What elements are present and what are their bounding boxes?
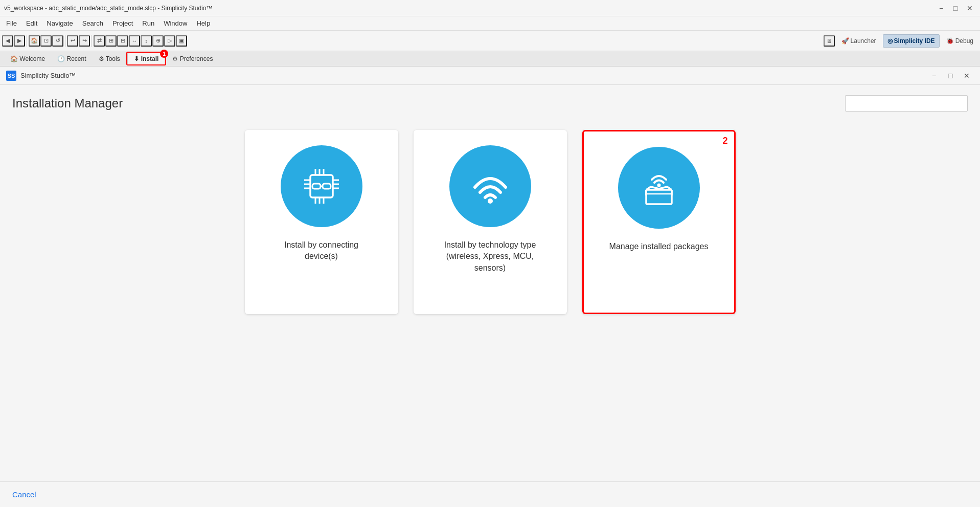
close-button[interactable]: ✕ <box>964 3 976 13</box>
title-bar-controls: − □ ✕ <box>935 3 976 13</box>
tab-tools[interactable]: ⚙ Tools <box>93 53 126 64</box>
tab-welcome[interactable]: 🏠 Welcome <box>4 53 51 64</box>
debug-icon: 🐞 <box>946 37 954 45</box>
svg-point-15 <box>657 184 660 187</box>
tab-preferences[interactable]: ⚙ Preferences <box>166 53 219 64</box>
menu-edit[interactable]: Edit <box>22 18 41 28</box>
cards-area: Install by connectingdevice(s) <box>0 120 980 481</box>
perspective-bar: 🖥 🚀 Launcher ◎ Simplicity IDE 🐞 Debug <box>824 34 978 48</box>
sep2 <box>65 35 65 47</box>
card-technology-type[interactable]: Install by technology type(wireless, Xpr… <box>414 130 567 314</box>
simplicity-studio-icon: SS <box>6 71 16 81</box>
sep3 <box>92 35 92 47</box>
toolbar-monitor-icon[interactable]: 🖥 <box>824 35 835 47</box>
menu-run[interactable]: Run <box>138 18 158 28</box>
toolbar-icon8[interactable]: ↕ <box>141 35 152 47</box>
sep1 <box>27 35 27 47</box>
install-icon: ⬇ <box>134 55 139 62</box>
perspective-simplicity-ide[interactable]: ◎ Simplicity IDE <box>883 34 940 48</box>
toolbar-icon3[interactable]: ↺ <box>52 35 63 47</box>
welcome-icon: 🏠 <box>10 55 19 62</box>
card-manage-packages-number: 2 <box>722 136 727 146</box>
card-technology-label: Install by technology type(wireless, Xpr… <box>444 239 536 274</box>
card-technology-icon-circle <box>449 145 531 227</box>
recent-icon: 🕐 <box>57 55 66 62</box>
package-icon <box>639 167 679 208</box>
menu-search[interactable]: Search <box>78 18 107 28</box>
toolbar: ◀ ▶ 🏠 ⊡ ↺ ↩ ↪ ⇄ ⊞ ⊟ ↔ ↕ ⊕ ▷ ▣ 🖥 🚀 Launch… <box>0 31 980 51</box>
menu-file[interactable]: File <box>2 18 21 28</box>
inner-title-text: Simplicity Studio™ <box>20 72 76 79</box>
search-input[interactable] <box>845 95 968 112</box>
tab-bar: 🏠 Welcome 🕐 Recent ⚙ Tools ⬇ Install 1 ⚙… <box>0 51 980 67</box>
toolbar-icon7[interactable]: ↔ <box>129 35 140 47</box>
toolbar-icon10[interactable]: ▷ <box>164 35 175 47</box>
main-content: Installation Manager <box>0 85 980 507</box>
svg-rect-16 <box>646 190 672 204</box>
card-connect-device-label: Install by connectingdevice(s) <box>284 239 358 262</box>
tab-install-wrapper: ⬇ Install 1 <box>126 52 167 65</box>
card-manage-packages[interactable]: 2 <box>582 130 736 314</box>
card-manage-icon-circle <box>618 147 700 229</box>
toolbar-icon6[interactable]: ⊟ <box>117 35 128 47</box>
launcher-icon: 🚀 <box>841 37 849 45</box>
toolbar-icon2[interactable]: ⊡ <box>40 35 52 47</box>
toolbar-home[interactable]: 🏠 <box>29 35 40 47</box>
toolbar-left-icons: ◀ ▶ 🏠 ⊡ ↺ ↩ ↪ ⇄ ⊞ ⊟ ↔ ↕ ⊕ ▷ ▣ <box>2 35 187 47</box>
inner-title-left: SS Simplicity Studio™ <box>6 71 76 81</box>
footer-area: Cancel <box>0 481 980 507</box>
launcher-label: Launcher <box>851 37 876 45</box>
preferences-icon: ⚙ <box>172 55 179 62</box>
card-connect-device[interactable]: Install by connectingdevice(s) <box>245 130 398 314</box>
minimize-button[interactable]: − <box>935 3 947 13</box>
tab-install[interactable]: ⬇ Install <box>127 53 166 64</box>
card-manage-packages-label: Manage installed packages <box>609 241 709 252</box>
simplicity-ide-icon: ◎ <box>887 37 893 45</box>
chip-icon <box>301 166 342 207</box>
card-connect-device-icon-circle <box>281 145 362 227</box>
perspective-debug[interactable]: 🐞 Debug <box>942 34 978 48</box>
toolbar-icon11[interactable]: ▣ <box>176 35 187 47</box>
inner-maximize-button[interactable]: □ <box>943 70 958 82</box>
toolbar-icon4[interactable]: ⇄ <box>94 35 105 47</box>
toolbar-redo[interactable]: ↪ <box>79 35 90 47</box>
debug-label: Debug <box>955 37 973 45</box>
page-title: Installation Manager <box>12 96 123 111</box>
tools-icon: ⚙ <box>99 55 106 62</box>
inner-title-bar: SS Simplicity Studio™ − □ ✕ <box>0 67 980 85</box>
menu-bar: File Edit Navigate Search Project Run Wi… <box>0 16 980 31</box>
toolbar-icon9[interactable]: ⊕ <box>152 35 164 47</box>
title-bar-title: v5_workspace - adc_static_mode/adc_stati… <box>4 5 213 12</box>
wifi-icon <box>470 166 511 207</box>
app-window: SS Simplicity Studio™ − □ ✕ Installation… <box>0 67 980 507</box>
toolbar-undo[interactable]: ↩ <box>67 35 78 47</box>
inner-close-button[interactable]: ✕ <box>960 70 974 82</box>
toolbar-forward[interactable]: ▶ <box>14 35 25 47</box>
inner-title-controls: − □ ✕ <box>927 70 974 82</box>
menu-window[interactable]: Window <box>159 18 191 28</box>
toolbar-icon5[interactable]: ⊞ <box>105 35 117 47</box>
page-header: Installation Manager <box>0 85 980 120</box>
maximize-button[interactable]: □ <box>949 3 962 13</box>
menu-navigate[interactable]: Navigate <box>42 18 77 28</box>
perspective-launcher[interactable]: 🚀 Launcher <box>837 34 881 48</box>
tab-recent[interactable]: 🕐 Recent <box>51 53 92 64</box>
cancel-button[interactable]: Cancel <box>12 488 36 501</box>
toolbar-back[interactable]: ◀ <box>2 35 13 47</box>
simplicity-ide-label: Simplicity IDE <box>894 37 935 45</box>
svg-point-14 <box>488 199 493 204</box>
inner-minimize-button[interactable]: − <box>927 70 941 82</box>
menu-help[interactable]: Help <box>192 18 214 28</box>
title-bar: v5_workspace - adc_static_mode/adc_stati… <box>0 0 980 16</box>
menu-project[interactable]: Project <box>108 18 137 28</box>
